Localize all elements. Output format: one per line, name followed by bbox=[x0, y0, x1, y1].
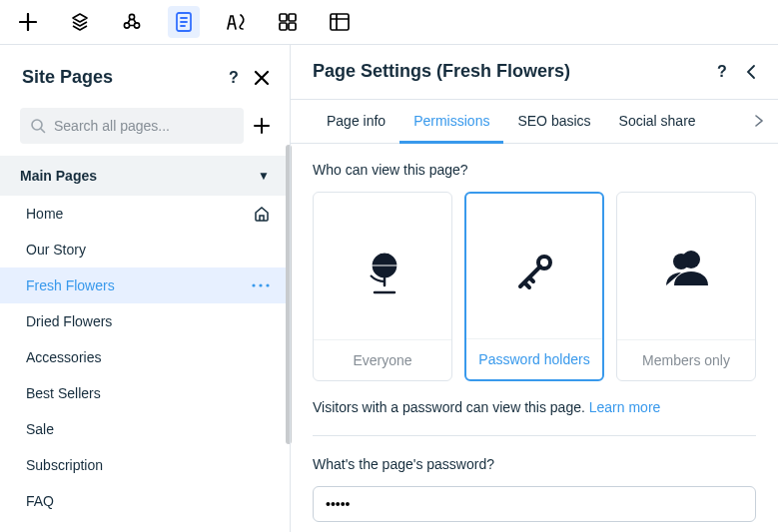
close-icon[interactable] bbox=[254, 70, 270, 86]
svg-rect-4 bbox=[280, 14, 287, 21]
page-item-subscription[interactable]: Subscription bbox=[0, 447, 290, 483]
plugin-icon[interactable] bbox=[64, 6, 96, 38]
page-list: Home Our Story Fresh Flowers Dried Flowe… bbox=[0, 196, 290, 519]
apps-icon[interactable] bbox=[272, 6, 304, 38]
learn-more-link[interactable]: Learn more bbox=[589, 399, 661, 415]
add-page-icon[interactable] bbox=[254, 118, 270, 134]
page-item-fresh-flowers[interactable]: Fresh Flowers bbox=[0, 267, 290, 303]
page-item-label: FAQ bbox=[26, 493, 54, 509]
page-icon[interactable] bbox=[168, 6, 200, 38]
svg-rect-6 bbox=[280, 23, 287, 30]
svg-rect-5 bbox=[289, 14, 296, 21]
permission-option-label: Password holders bbox=[466, 338, 602, 379]
help-icon[interactable]: ? bbox=[714, 63, 732, 81]
home-icon bbox=[254, 206, 270, 222]
permission-option-members[interactable]: Members only bbox=[616, 192, 756, 381]
page-item-dried-flowers[interactable]: Dried Flowers bbox=[0, 303, 290, 339]
divider bbox=[313, 435, 756, 436]
page-item-accessories[interactable]: Accessories bbox=[0, 339, 290, 375]
svg-point-11 bbox=[252, 283, 255, 286]
page-settings-panel: Page Settings (Fresh Flowers) ? Page inf… bbox=[290, 44, 778, 532]
page-item-home[interactable]: Home bbox=[0, 196, 290, 232]
tab-permissions[interactable]: Permissions bbox=[399, 99, 503, 143]
svg-point-2 bbox=[134, 22, 139, 27]
chevron-left-icon[interactable] bbox=[746, 64, 756, 80]
tab-social-share[interactable]: Social share bbox=[605, 99, 710, 143]
permission-option-label: Members only bbox=[617, 339, 755, 380]
key-icon bbox=[466, 249, 602, 296]
search-input[interactable] bbox=[54, 118, 234, 134]
page-item-best-sellers[interactable]: Best Sellers bbox=[0, 375, 290, 411]
main-pages-group[interactable]: Main Pages ▼ bbox=[0, 156, 290, 196]
svg-point-18 bbox=[673, 254, 689, 269]
permission-option-everyone[interactable]: Everyone bbox=[313, 192, 452, 381]
top-toolbar bbox=[0, 0, 778, 44]
plus-icon[interactable] bbox=[12, 6, 44, 38]
svg-text:?: ? bbox=[229, 69, 239, 86]
svg-point-1 bbox=[124, 22, 129, 27]
who-can-view-label: Who can view this page? bbox=[313, 162, 756, 178]
group-label: Main Pages bbox=[20, 168, 97, 184]
tab-page-info[interactable]: Page info bbox=[313, 99, 399, 143]
help-icon[interactable]: ? bbox=[226, 69, 244, 87]
more-icon[interactable] bbox=[252, 283, 270, 287]
page-item-label: Subscription bbox=[26, 457, 103, 473]
svg-rect-7 bbox=[289, 23, 296, 30]
page-item-label: Fresh Flowers bbox=[26, 277, 115, 293]
svg-point-12 bbox=[259, 283, 262, 286]
site-pages-title: Site Pages bbox=[22, 67, 113, 88]
page-item-label: Sale bbox=[26, 421, 54, 437]
permission-helper-text: Visitors with a password can view this p… bbox=[313, 399, 756, 415]
page-item-label: Our Story bbox=[26, 242, 86, 258]
svg-text:?: ? bbox=[717, 63, 727, 80]
svg-point-13 bbox=[266, 283, 269, 286]
password-label: What's the page's password? bbox=[313, 456, 756, 472]
members-icon bbox=[617, 248, 755, 291]
page-item-faq[interactable]: FAQ bbox=[0, 483, 290, 519]
page-item-label: Best Sellers bbox=[26, 385, 101, 401]
permission-option-label: Everyone bbox=[314, 339, 451, 380]
data-icon[interactable] bbox=[324, 6, 356, 38]
chevron-down-icon: ▼ bbox=[258, 169, 270, 183]
permissions-content: Who can view this page? Everyone bbox=[291, 144, 778, 532]
page-item-sale[interactable]: Sale bbox=[0, 411, 290, 447]
tabs-scroll-right-icon[interactable] bbox=[754, 114, 768, 128]
tab-seo-basics[interactable]: SEO basics bbox=[503, 99, 604, 143]
page-item-label: Home bbox=[26, 206, 63, 222]
permission-option-password[interactable]: Password holders bbox=[464, 192, 604, 381]
page-item-label: Accessories bbox=[26, 349, 101, 365]
site-pages-panel: Site Pages ? Main Pages bbox=[0, 44, 290, 532]
page-item-our-story[interactable]: Our Story bbox=[0, 232, 290, 267]
theme-icon[interactable] bbox=[220, 6, 252, 38]
search-icon bbox=[30, 118, 46, 134]
password-input[interactable] bbox=[313, 486, 756, 522]
settings-tabs: Page info Permissions SEO basics Social … bbox=[291, 100, 778, 144]
page-settings-title: Page Settings (Fresh Flowers) bbox=[313, 61, 570, 82]
globe-icon bbox=[314, 248, 451, 297]
svg-rect-8 bbox=[331, 14, 349, 30]
product-icon[interactable] bbox=[116, 6, 148, 38]
search-input-wrapper[interactable] bbox=[20, 108, 244, 144]
page-item-label: Dried Flowers bbox=[26, 313, 112, 329]
